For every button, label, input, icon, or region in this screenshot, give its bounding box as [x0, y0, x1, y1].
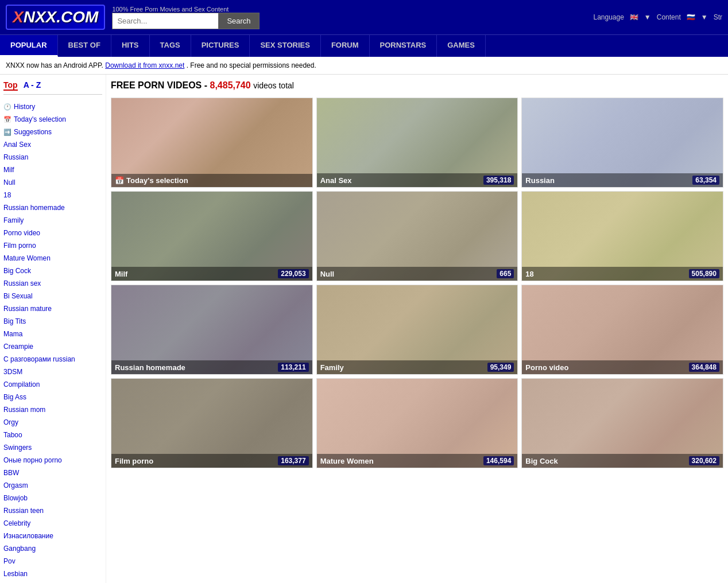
video-card[interactable]: Film porno163,377	[111, 378, 313, 468]
sidebar-item[interactable]: Big Cock	[3, 265, 102, 277]
sidebar-item[interactable]: Milf	[3, 164, 102, 176]
video-count-badge: 395,318	[483, 176, 514, 185]
sidebar-item[interactable]: Creampie	[3, 340, 102, 353]
sidebar-item[interactable]: Pov	[3, 555, 102, 568]
android-text-before: XNXX now has an Android APP.	[6, 61, 103, 69]
nav-item-tags[interactable]: TAGS	[150, 35, 191, 57]
nav-item-pictures[interactable]: PICTURES	[191, 35, 250, 57]
sidebar-item[interactable]: BBW	[3, 467, 102, 479]
nav-item-games[interactable]: GAMES	[437, 35, 486, 57]
sidebar-item[interactable]: Mama	[3, 328, 102, 340]
sidebar-item[interactable]: Изнасилование	[3, 530, 102, 542]
sidebar-item[interactable]: Russian teen	[3, 504, 102, 517]
search-input[interactable]	[112, 13, 218, 29]
sidebar-item[interactable]: Big Ass	[3, 391, 102, 403]
sidebar-item-label: Celebrity	[3, 518, 30, 528]
sidebar-item[interactable]: Compilation	[3, 378, 102, 391]
video-count-badge: 229,053	[278, 269, 308, 278]
video-title: Big Cock	[525, 457, 557, 465]
sidebar-item-label: Suggestions	[14, 127, 52, 137]
sidebar-item[interactable]: 3DSM	[3, 366, 102, 378]
sidebar-item[interactable]: Blowjob	[3, 492, 102, 504]
video-label: 18505,890	[522, 267, 723, 281]
sidebar-item[interactable]: Anal Sex	[3, 138, 102, 151]
video-label: Russian63,354	[522, 173, 723, 187]
sidebar-item[interactable]: Big Tits	[3, 315, 102, 328]
sidebar-item-label: 18	[3, 190, 11, 200]
video-label: Family95,349	[317, 360, 518, 374]
sidebar-item[interactable]: Russian	[3, 151, 102, 164]
video-label: 📅Today's selection	[111, 174, 312, 187]
content-selector[interactable]: Content	[657, 13, 681, 21]
sidebar-item[interactable]: Gangbang	[3, 542, 102, 555]
video-card[interactable]: Big Cock320,602	[521, 378, 723, 468]
nav-item-hits[interactable]: HITS	[111, 35, 150, 57]
video-card[interactable]: Porno video364,848	[521, 285, 723, 375]
tab-top[interactable]: Top	[3, 80, 18, 91]
sidebar-item[interactable]: Orgasm	[3, 479, 102, 492]
video-count-badge: 163,377	[278, 456, 308, 465]
nav-item-best-of[interactable]: BEST OF	[58, 35, 111, 57]
sidebar-item[interactable]: Taboo	[3, 429, 102, 441]
search-button[interactable]: Search	[218, 13, 259, 29]
sidebar-item[interactable]: ➡️Suggestions	[3, 126, 102, 138]
sidebar-item-label: Bi Sexual	[3, 291, 33, 301]
video-card[interactable]: Russian63,354	[521, 98, 723, 188]
sidebar-item[interactable]: Orgy	[3, 416, 102, 429]
sidebar-item[interactable]: 18	[3, 189, 102, 201]
video-count-badge: 364,848	[689, 363, 719, 372]
language-selector[interactable]: Language	[593, 13, 624, 21]
sidebar-item[interactable]: Porno video	[3, 227, 102, 239]
sidebar-item[interactable]: 📅Today's selection	[3, 113, 102, 126]
sidebar-item-label: Оные порно porno	[3, 455, 62, 465]
tab-az[interactable]: A - Z	[24, 80, 41, 91]
sidebar-item[interactable]: 🕐History	[3, 100, 102, 113]
video-title: Anal Sex	[320, 176, 352, 185]
sidebar-item[interactable]: Film porno	[3, 239, 102, 252]
sidebar-item[interactable]: Russian mom	[3, 403, 102, 416]
sidebar-item-label: Orgy	[3, 417, 18, 427]
sidebar-item-label: Taboo	[3, 430, 22, 440]
sidebar-item[interactable]: Porno	[3, 580, 102, 583]
sidebar-item[interactable]: Lesbian	[3, 568, 102, 580]
sidebar-item[interactable]: С разговорами russian	[3, 353, 102, 366]
video-card[interactable]: Milf229,053	[111, 191, 313, 281]
sidebar-item-label: Creampie	[3, 341, 33, 352]
android-link[interactable]: Download it from xnxx.net	[105, 61, 184, 69]
nav-item-pornstars[interactable]: PORNSTARS	[370, 35, 437, 57]
sidebar-item-label: Mama	[3, 329, 22, 339]
sidebar-item[interactable]: Family	[3, 214, 102, 227]
sidebar-item[interactable]: Russian homemade	[3, 201, 102, 214]
nav-item-forum[interactable]: FORUM	[321, 35, 370, 57]
sidebar-item-label: Russian sex	[3, 278, 41, 289]
sidebar-item[interactable]: Russian sex	[3, 277, 102, 290]
sidebar-item[interactable]: Bi Sexual	[3, 290, 102, 302]
language-dropdown-icon[interactable]: ▼	[644, 13, 651, 21]
video-grid: 📅Today's selectionAnal Sex395,318Russian…	[111, 98, 723, 468]
sidebar-item[interactable]: Mature Women	[3, 252, 102, 265]
content-dropdown-icon[interactable]: ▼	[701, 13, 708, 21]
nav-item-popular[interactable]: POPULAR	[0, 35, 58, 57]
site-logo[interactable]: XNXX.COM	[6, 5, 105, 30]
android-text-after: . Free and no special permissions needed…	[187, 61, 316, 69]
sidebar-item-label: Изнасилование	[3, 531, 53, 541]
sidebar-item[interactable]: Оные порно porno	[3, 454, 102, 467]
sidebar-item[interactable]: Celebrity	[3, 517, 102, 530]
main-layout: Top A - Z 🕐History📅Today's selection➡️Su…	[0, 75, 728, 583]
search-area: Search	[112, 13, 259, 29]
video-card[interactable]: Mature Women146,594	[316, 378, 518, 468]
video-card[interactable]: Anal Sex395,318	[316, 98, 518, 188]
video-card[interactable]: Family95,349	[316, 285, 518, 375]
sidebar-item[interactable]: Null	[3, 176, 102, 189]
video-card[interactable]: Russian homemade113,211	[111, 285, 313, 375]
video-label: Big Cock320,602	[522, 454, 723, 468]
sidebar-item-label: Russian mom	[3, 405, 45, 415]
sidebar-item[interactable]: Swingers	[3, 441, 102, 454]
video-count-badge: 63,354	[692, 176, 719, 185]
sidebar-item-label: History	[14, 102, 35, 112]
video-card[interactable]: Null665	[316, 191, 518, 281]
video-card[interactable]: 18505,890	[521, 191, 723, 281]
sidebar-item[interactable]: Russian mature	[3, 302, 102, 315]
video-card[interactable]: 📅Today's selection	[111, 98, 313, 188]
nav-item-sex-stories[interactable]: SEX STORIES	[250, 35, 320, 57]
